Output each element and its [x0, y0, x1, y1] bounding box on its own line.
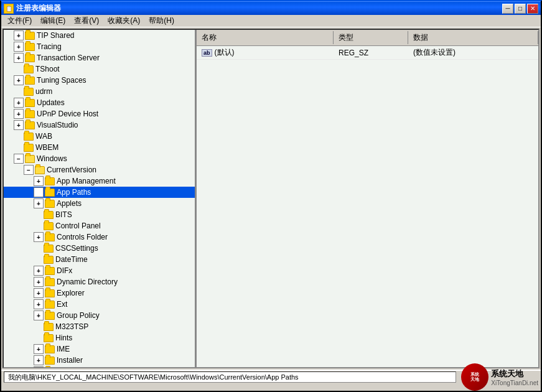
- tree-item-hints[interactable]: Hints: [4, 332, 195, 343]
- tree-label-tracing: Tracing: [37, 42, 62, 51]
- folder-icon-dynamic-directory: [45, 278, 55, 286]
- tree-label-windows: Windows: [37, 154, 67, 163]
- tree-expander-ime[interactable]: +: [34, 344, 44, 354]
- tree-expander-currentversion[interactable]: −: [24, 165, 34, 175]
- tree-expander-tracing[interactable]: +: [14, 42, 24, 52]
- menu-edit[interactable]: 编辑(E): [37, 14, 69, 27]
- tree-item-m323tsp[interactable]: M323TSP: [4, 321, 195, 332]
- table-body: ab (默认) REG_SZ (数值未设置): [197, 46, 538, 60]
- folder-icon-udrm: [24, 88, 34, 96]
- tree-item-datetime[interactable]: DateTime: [4, 254, 195, 265]
- tree-label-currentversion: CurrentVersion: [47, 166, 96, 174]
- tree-item-cscsettings[interactable]: CSCSettings: [4, 243, 195, 254]
- folder-icon-wab: [24, 133, 34, 141]
- app-icon: 📋: [4, 4, 14, 14]
- tree-label-dynamic-directory: Dynamic Directory: [57, 278, 118, 286]
- tree-expander-applets[interactable]: +: [34, 198, 44, 208]
- tree-expander-explorer[interactable]: +: [34, 288, 44, 298]
- tree-label-updates: Updates: [37, 98, 65, 107]
- menu-help[interactable]: 帮助(H): [145, 14, 178, 27]
- watermark-text: 系统天地 XiTongTianDi.net: [491, 368, 538, 386]
- tree-label-explorer: Explorer: [57, 289, 85, 297]
- tree-item-udrm[interactable]: udrm: [4, 86, 195, 97]
- tree-panel[interactable]: +TIP Shared+Tracing+Transaction ServerTS…: [4, 30, 197, 367]
- folder-icon-explorer: [45, 289, 55, 297]
- tree-expander-transaction-server[interactable]: +: [14, 53, 24, 63]
- tree-expander-controls-folder[interactable]: +: [34, 232, 44, 242]
- tree-item-tuning-spaces[interactable]: +Tuning Spaces: [4, 75, 195, 86]
- tree-item-control-panel[interactable]: Control Panel: [4, 220, 195, 231]
- tree-item-difx[interactable]: +DIFx: [4, 265, 195, 276]
- folder-icon-wbem: [24, 144, 34, 152]
- folder-icon-cscsettings: [44, 245, 54, 253]
- tree-item-updates[interactable]: +Updates: [4, 97, 195, 108]
- table-row[interactable]: ab (默认) REG_SZ (数值未设置): [197, 46, 538, 60]
- tree-label-tuning-spaces: Tuning Spaces: [37, 76, 86, 85]
- menu-view[interactable]: 查看(V): [70, 14, 103, 27]
- tree-expander-tip-shared[interactable]: +: [14, 30, 24, 40]
- tree-item-ime[interactable]: +IME: [4, 343, 195, 355]
- tree-label-udrm: udrm: [35, 87, 52, 96]
- folder-icon-app-management: [45, 177, 55, 185]
- maximize-button[interactable]: □: [515, 4, 526, 14]
- tree-label-hints: Hints: [55, 334, 72, 342]
- tree-item-windows[interactable]: −Windows: [4, 153, 195, 164]
- close-button[interactable]: ✕: [527, 4, 538, 14]
- tree-expander-windows[interactable]: −: [14, 154, 24, 164]
- tree-item-applets[interactable]: +Applets: [4, 198, 195, 209]
- tree-item-tshoot[interactable]: TShoot: [4, 63, 195, 75]
- tree-item-installer[interactable]: +Installer: [4, 355, 195, 366]
- tree-expander-visualstudio[interactable]: +: [14, 120, 24, 130]
- tree-expander-group-policy[interactable]: +: [34, 310, 44, 320]
- folder-icon-datetime: [44, 256, 54, 264]
- tree-item-ext[interactable]: +Ext: [4, 299, 195, 310]
- tree-item-transaction-server[interactable]: +Transaction Server: [4, 52, 195, 63]
- titlebar-title: 📋 注册表编辑器: [4, 3, 61, 14]
- tree-label-upnp: UPnP Device Host: [37, 110, 98, 118]
- folder-icon-ime: [45, 345, 55, 353]
- tree-item-controls-folder[interactable]: +Controls Folder: [4, 231, 195, 243]
- menu-favorites[interactable]: 收藏夹(A): [104, 14, 144, 27]
- tree-item-app-management[interactable]: +App Management: [4, 175, 195, 187]
- tree-item-explorer[interactable]: +Explorer: [4, 287, 195, 299]
- tree-label-ime: IME: [57, 345, 70, 353]
- reg-icon-0: ab: [202, 49, 212, 57]
- window-title: 注册表编辑器: [16, 3, 61, 14]
- folder-icon-tracing: [25, 43, 35, 51]
- menu-file[interactable]: 文件(F): [4, 14, 35, 27]
- tree-expander-app-paths[interactable]: +: [34, 187, 44, 197]
- col-header-name[interactable]: 名称: [197, 31, 334, 44]
- cell-type-0: REG_SZ: [334, 48, 408, 58]
- tree-item-bits[interactable]: BITS: [4, 209, 195, 220]
- col-header-data[interactable]: 数据: [408, 31, 538, 44]
- tree-expander-internet-settings[interactable]: +: [34, 366, 44, 367]
- minimize-button[interactable]: ─: [502, 4, 513, 14]
- tree-expander-ext[interactable]: +: [34, 299, 44, 309]
- tree-expander-difx[interactable]: +: [34, 266, 44, 276]
- col-header-type[interactable]: 类型: [334, 31, 408, 44]
- tree-item-group-policy[interactable]: +Group Policy: [4, 310, 195, 321]
- folder-icon-windows: [25, 155, 35, 163]
- tree-expander-upnp[interactable]: +: [14, 109, 24, 119]
- tree-expander-installer[interactable]: +: [34, 355, 44, 365]
- cell-data-0: (数值未设置): [408, 47, 538, 58]
- tree-label-group-policy: Group Policy: [57, 311, 100, 320]
- tree-item-upnp[interactable]: +UPnP Device Host: [4, 108, 195, 119]
- menubar: 文件(F) 编辑(E) 查看(V) 收藏夹(A) 帮助(H): [1, 15, 541, 27]
- tree-item-visualstudio[interactable]: +VisualStudio: [4, 119, 195, 131]
- tree-item-internet-settings[interactable]: +Internet Settings: [4, 366, 195, 367]
- folder-icon-visualstudio: [25, 121, 35, 129]
- tree-item-dynamic-directory[interactable]: +Dynamic Directory: [4, 276, 195, 287]
- tree-item-wab[interactable]: WAB: [4, 131, 195, 142]
- tree-expander-dynamic-directory[interactable]: +: [34, 277, 44, 287]
- tree-item-app-paths[interactable]: +App Paths: [4, 187, 195, 198]
- tree-expander-tuning-spaces[interactable]: +: [14, 75, 24, 85]
- tree-item-tracing[interactable]: +Tracing: [4, 41, 195, 52]
- tree-label-visualstudio: VisualStudio: [37, 121, 78, 129]
- tree-item-wbem[interactable]: WBEM: [4, 142, 195, 153]
- tree-label-tshoot: TShoot: [35, 65, 60, 73]
- tree-item-currentversion[interactable]: −CurrentVersion: [4, 164, 195, 175]
- tree-expander-app-management[interactable]: +: [34, 176, 44, 186]
- tree-expander-updates[interactable]: +: [14, 98, 24, 108]
- tree-item-tip-shared[interactable]: +TIP Shared: [4, 30, 195, 41]
